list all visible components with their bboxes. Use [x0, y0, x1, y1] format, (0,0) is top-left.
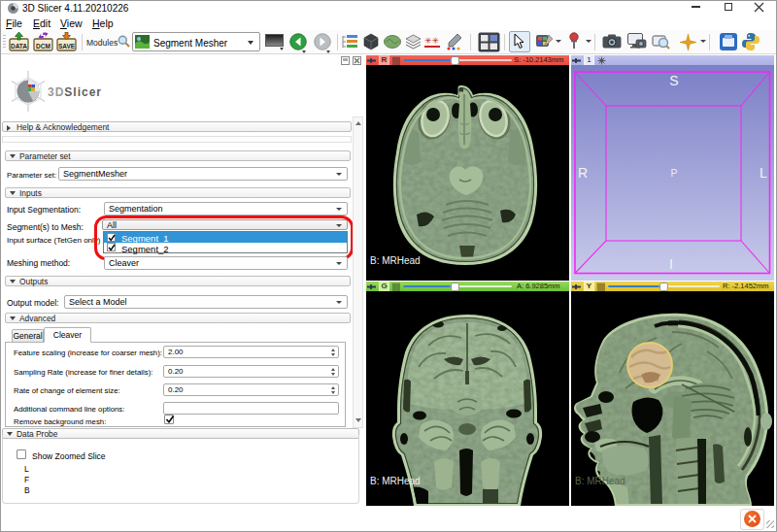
svg-text:SAVE: SAVE: [58, 43, 76, 50]
svg-text:DATA: DATA: [11, 43, 27, 50]
svg-text:L: L: [760, 165, 767, 181]
svg-text:R: R: [578, 165, 588, 181]
svg-text:P: P: [670, 167, 677, 179]
svg-text:DCM: DCM: [36, 43, 51, 50]
svg-text:S: S: [669, 73, 678, 88]
svg-text:3DSlicer: 3DSlicer: [48, 85, 102, 99]
svg-text:I: I: [669, 256, 673, 272]
